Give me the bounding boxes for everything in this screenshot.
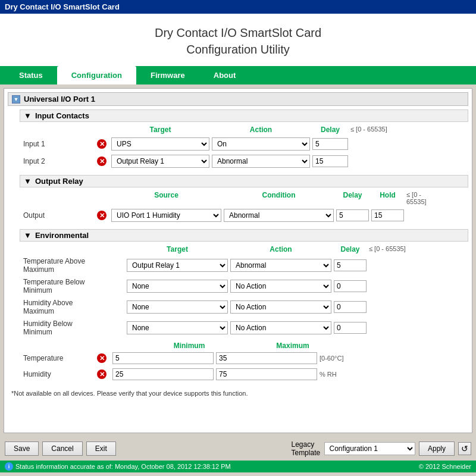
temp-below-min-action[interactable]: No Action Abnormal On Off [230,280,331,293]
hum-above-max-row: Humidity AboveMaximum None Output Relay … [20,298,468,317]
input-contacts-header: ▼ Input Contacts [20,109,468,122]
temp-below-min-delay[interactable] [334,280,367,292]
input2-label: Input 2 [23,157,95,165]
cancel-button[interactable]: Cancel [42,441,82,456]
or-condition-header: Condition [224,191,334,205]
temp-above-max-row: Temperature AboveMaximum Output Relay 1 … [20,256,468,275]
env-delay-header: Delay [334,245,367,253]
hum-below-min-target[interactable]: None Output Relay 1 UPS [127,321,228,334]
temp-above-max-delay[interactable] [334,259,367,271]
hum-above-max-action[interactable]: No Action Abnormal On Off [230,300,331,314]
humidity-minmax-row: Humidity ✕ % RH [20,367,468,381]
temperature-error-icon[interactable]: ✕ [97,353,107,363]
temp-above-max-label: Temperature AboveMaximum [23,257,124,274]
humidity-label: Humidity [23,370,95,378]
hum-above-max-label: Humidity AboveMaximum [23,299,124,315]
environmental-label: Environmental [35,231,89,240]
temp-below-min-label: Temperature BelowMinimum [23,278,124,295]
output-relay-toggle[interactable]: ▼ [24,177,32,186]
apply-button[interactable]: Apply [419,441,455,456]
output-delay-field[interactable] [336,209,369,221]
output-relay-section: ▼ Output Relay Source Condition Delay Ho… [20,175,468,223]
ic-delay-header: Delay [312,126,348,134]
nav-bar: Status Configuration Firmware About [0,66,476,84]
ic-action-header: Action [212,126,310,134]
env-range-header: ≤ [0 - 65535] [369,245,416,253]
or-col-headers: Source Condition Delay Hold ≤ [0 - 65535… [20,190,468,206]
tab-status[interactable]: Status [5,66,57,84]
hum-below-min-row: Humidity BelowMinimum None Output Relay … [20,318,468,337]
or-source-header: Source [111,191,221,205]
legacy-template-select[interactable]: Configuration 1 Configuration 2 [324,442,415,455]
temperature-max-field[interactable] [216,352,317,364]
ic-range-header: ≤ [0 - 65535] [350,126,398,134]
title-bar: Dry Contact I/O SmartSlot Card [0,0,476,14]
app-title: Dry Contact I/O SmartSlot CardConfigurat… [0,24,476,58]
footer-note: *Not available on all devices. Please ve… [8,387,468,399]
hum-below-min-delay[interactable] [334,322,367,334]
input1-target-select[interactable]: UPS Output Relay 1 None [111,137,209,151]
title-bar-label: Dry Contact I/O SmartSlot Card [5,2,120,11]
input1-row: Input 1 ✕ UPS Output Relay 1 None On Off… [20,136,468,152]
hum-below-min-action[interactable]: No Action Abnormal On Off [230,321,331,334]
input1-error-icon[interactable]: ✕ [97,139,107,149]
temp-below-min-row: Temperature BelowMinimum None Output Rel… [20,277,468,296]
hum-below-min-label: Humidity BelowMinimum [23,320,124,336]
ic-target-header: Target [111,126,209,134]
input2-error-icon[interactable]: ✕ [97,156,107,166]
output-condition-select[interactable]: Abnormal Normal [224,209,334,222]
output-relay-label: Output Relay [35,177,83,186]
humidity-max-field[interactable] [216,368,317,380]
input1-label: Input 1 [23,140,95,148]
temp-above-max-target[interactable]: Output Relay 1 None UPS [127,259,228,272]
humidity-min-field[interactable] [112,368,214,380]
environmental-toggle[interactable]: ▼ [24,231,32,240]
tab-about[interactable]: About [199,66,250,84]
temp-above-max-action[interactable]: Abnormal No Action On Off [230,259,331,272]
humidity-error-icon[interactable]: ✕ [97,369,107,379]
output-hold-field[interactable] [371,209,404,221]
tab-firmware[interactable]: Firmware [136,66,199,84]
minmax-headers: Minimum Maximum [20,339,468,351]
env-col-headers: Target Action Delay ≤ [0 - 65535] [20,244,468,255]
humidity-range: % RH [320,371,367,378]
hum-above-max-delay[interactable] [334,301,367,313]
status-info-text: Status information accurate as of: Monda… [15,463,231,470]
input1-action-select[interactable]: On Off Abnormal No Action [212,137,310,151]
output-relay-header: ▼ Output Relay [20,175,468,187]
status-bar: i Status information accurate as of: Mon… [0,461,476,472]
universal-io-toggle[interactable]: ▼ [12,95,20,104]
temperature-minmax-row: Temperature ✕ [0-60°C] [20,351,468,365]
or-delay-header: Delay [336,191,369,205]
input-contacts-section: ▼ Input Contacts Target Action Delay ≤ [… [20,109,468,169]
footer-bar: Save Cancel Exit Legacy Template Configu… [0,437,476,461]
input-contacts-label: Input Contacts [35,111,89,120]
input2-row: Input 2 ✕ Output Relay 1 UPS None Abnorm… [20,154,468,169]
input-contacts-toggle[interactable]: ▼ [24,111,32,120]
temp-below-min-target[interactable]: None Output Relay 1 UPS [127,280,228,293]
exit-button[interactable]: Exit [86,441,116,456]
main-content: ▼ Universal I/O Port 1 ▼ Input Contacts … [4,88,472,433]
output-row: Output ✕ UIO Port 1 Humidity UIO Port 1 … [20,208,468,223]
output-label: Output [23,211,95,220]
legacy-template-label: Legacy Template [291,440,320,457]
input2-delay-field[interactable] [312,155,348,167]
minimum-header: Minimum [139,342,240,350]
input2-action-select[interactable]: Abnormal On Off No Action [212,155,310,168]
maximum-header: Maximum [242,342,343,350]
output-source-select[interactable]: UIO Port 1 Humidity UIO Port 1 Temperatu… [111,209,221,222]
environmental-header: ▼ Environmental [20,229,468,242]
refresh-button[interactable]: ↺ [458,442,471,455]
universal-io-label: Universal I/O Port 1 [24,95,95,104]
temperature-range: [0-60°C] [320,355,367,362]
save-button[interactable]: Save [5,441,39,456]
temperature-min-field[interactable] [112,352,214,364]
info-icon: i [5,462,13,471]
environmental-section: ▼ Environmental Target Action Delay ≤ [0… [20,229,468,381]
output-error-icon[interactable]: ✕ [97,211,107,220]
input2-target-select[interactable]: Output Relay 1 UPS None [111,155,209,168]
tab-configuration[interactable]: Configuration [57,66,136,84]
hum-above-max-target[interactable]: None Output Relay 1 UPS [127,300,228,314]
input1-delay-field[interactable] [312,138,348,150]
copyright-text: © 2012 Schneider [419,463,471,470]
